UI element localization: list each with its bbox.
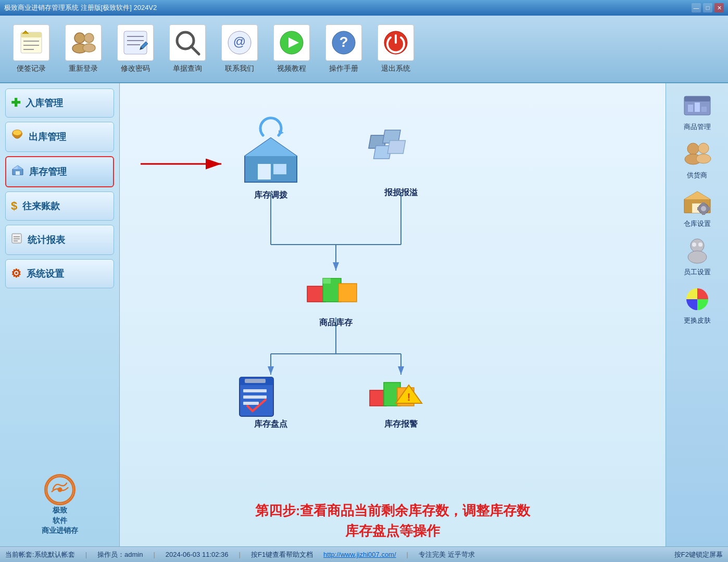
toolbar-video-btn[interactable]: 视频教程 bbox=[271, 24, 312, 73]
count-label: 库存盘点 bbox=[254, 419, 287, 428]
svg-point-90 bbox=[692, 242, 696, 247]
transfer-node[interactable] bbox=[245, 118, 297, 182]
inventory-icon bbox=[11, 164, 24, 179]
svg-rect-54 bbox=[387, 140, 405, 154]
sidebar-item-accounts[interactable]: $ 往来账款 bbox=[5, 191, 114, 221]
manual-label: 操作手册 bbox=[329, 64, 358, 73]
svg-marker-47 bbox=[245, 138, 297, 156]
titlebar-controls[interactable]: — □ ✕ bbox=[692, 3, 724, 12]
sidebar-item-inventory[interactable]: 库存管理 bbox=[5, 156, 114, 187]
sticky-label: 便签记录 bbox=[17, 64, 46, 73]
employee-icon bbox=[680, 236, 714, 265]
sidebar-item-inbound[interactable]: ✚ 入库管理 bbox=[5, 88, 114, 118]
toolbar-exit-btn[interactable]: 退出系统 bbox=[375, 24, 417, 73]
stock-node[interactable] bbox=[307, 278, 357, 302]
svg-rect-57 bbox=[338, 284, 357, 302]
sidebar-item-reports[interactable]: 统计报表 bbox=[5, 225, 114, 255]
damage-node[interactable] bbox=[369, 130, 406, 159]
sidebar-logo: 极致 软件 商业进销存 bbox=[5, 469, 114, 541]
right-panel: 商品管理 供货商 bbox=[666, 83, 728, 546]
skin-label: 更换皮肤 bbox=[684, 316, 711, 325]
svg-rect-58 bbox=[323, 278, 331, 284]
toolbar-sticky-btn[interactable]: 便签记录 bbox=[10, 24, 52, 73]
right-btn-skin[interactable]: 更换皮肤 bbox=[680, 285, 714, 325]
sidebar: ✚ 入库管理 出库管理 库存管理 bbox=[0, 83, 120, 546]
svg-point-77 bbox=[698, 143, 709, 154]
toolbar-changepwd-btn[interactable]: 修改密码 bbox=[115, 24, 156, 73]
right-btn-warehouse[interactable]: 仓库设置 bbox=[680, 188, 714, 228]
settings-label: 系统设置 bbox=[27, 267, 64, 280]
toolbar: 便签记录 重新登录 修改密码 bbox=[0, 16, 728, 83]
relogin-icon bbox=[65, 24, 102, 61]
svg-rect-28 bbox=[12, 234, 21, 243]
svg-rect-74 bbox=[701, 107, 707, 112]
svg-rect-87 bbox=[707, 207, 710, 210]
logo-circle bbox=[44, 474, 76, 505]
toolbar-contact-btn[interactable]: @ 联系我们 bbox=[219, 24, 260, 73]
video-icon bbox=[273, 24, 310, 61]
changepwd-icon bbox=[117, 24, 154, 61]
svg-rect-63 bbox=[243, 395, 267, 399]
outbound-label: 出库管理 bbox=[29, 131, 66, 143]
maximize-btn[interactable]: □ bbox=[703, 3, 712, 12]
warehouse-label: 仓库设置 bbox=[684, 219, 711, 228]
employee-label: 员工设置 bbox=[684, 267, 711, 277]
sidebar-item-outbound[interactable]: 出库管理 bbox=[5, 122, 114, 152]
close-btn[interactable]: ✕ bbox=[714, 3, 724, 12]
status-slogan: 专注完美 近乎苛求 bbox=[419, 550, 475, 559]
supplier-icon bbox=[680, 139, 714, 168]
titlebar: 极致商业进销存管理系统 注册版[极致软件] 2024V2 — □ ✕ bbox=[0, 0, 728, 16]
status-operator: 操作员：admin bbox=[97, 550, 143, 559]
warehouse-icon bbox=[680, 188, 714, 216]
minimize-btn[interactable]: — bbox=[692, 3, 701, 12]
relogin-label: 重新登录 bbox=[69, 64, 98, 73]
contact-icon: @ bbox=[221, 24, 258, 61]
svg-point-78 bbox=[696, 154, 711, 163]
svg-point-5 bbox=[74, 33, 85, 43]
status-help-prefix: 按F1键查看帮助文档 bbox=[251, 550, 313, 559]
status-account: 当前帐套:系统默认帐套 bbox=[5, 550, 75, 559]
svg-rect-85 bbox=[702, 212, 705, 215]
alert-node[interactable]: ! bbox=[370, 382, 422, 406]
contact-label: 联系我们 bbox=[225, 64, 254, 73]
status-shortcut: 按F2键锁定屏幕 bbox=[674, 550, 723, 559]
right-btn-product[interactable]: 商品管理 bbox=[680, 91, 714, 132]
product-mgmt-icon bbox=[680, 91, 714, 120]
toolbar-manual-btn[interactable]: ? 操作手册 bbox=[323, 24, 365, 73]
right-btn-employee[interactable]: 员工设置 bbox=[680, 236, 714, 277]
main-area: ✚ 入库管理 出库管理 库存管理 bbox=[0, 83, 728, 546]
count-node[interactable] bbox=[240, 377, 273, 416]
accounts-icon: $ bbox=[11, 199, 17, 213]
svg-text:@: @ bbox=[233, 34, 246, 48]
svg-rect-84 bbox=[702, 202, 705, 205]
sticky-icon bbox=[13, 24, 49, 61]
svg-point-91 bbox=[698, 242, 702, 247]
svg-point-89 bbox=[688, 251, 707, 263]
sidebar-item-settings[interactable]: ⚙ 系统设置 bbox=[5, 259, 114, 288]
svg-rect-49 bbox=[273, 164, 286, 174]
toolbar-query-btn[interactable]: 单据查询 bbox=[167, 24, 208, 73]
diagram-svg: 库存调拨 报损报溢 商品库存 bbox=[120, 83, 666, 479]
damage-label: 报损报溢 bbox=[384, 188, 418, 197]
reports-label: 统计报表 bbox=[28, 234, 65, 246]
svg-marker-80 bbox=[684, 191, 710, 199]
exit-label: 退出系统 bbox=[381, 64, 410, 73]
inbound-label: 入库管理 bbox=[26, 97, 63, 109]
svg-text:?: ? bbox=[339, 34, 348, 50]
svg-rect-86 bbox=[697, 207, 700, 210]
outbound-icon bbox=[11, 130, 23, 144]
reports-icon bbox=[11, 233, 22, 247]
svg-rect-71 bbox=[684, 96, 710, 101]
svg-rect-72 bbox=[688, 105, 693, 112]
stock-label: 商品库存 bbox=[319, 317, 353, 327]
status-help-url[interactable]: http://www.jizhi007.com/ bbox=[323, 551, 396, 558]
exit-icon bbox=[378, 24, 414, 61]
query-label: 单据查询 bbox=[173, 64, 202, 73]
manual-icon: ? bbox=[325, 24, 362, 61]
right-btn-supplier[interactable]: 供货商 bbox=[680, 139, 714, 180]
svg-rect-9 bbox=[124, 31, 147, 54]
query-icon bbox=[169, 24, 206, 61]
toolbar-relogin-btn[interactable]: 重新登录 bbox=[62, 24, 104, 73]
titlebar-title: 极致商业进销存管理系统 注册版[极致软件] 2024V2 bbox=[4, 3, 157, 12]
accounts-label: 往来账款 bbox=[22, 200, 60, 212]
